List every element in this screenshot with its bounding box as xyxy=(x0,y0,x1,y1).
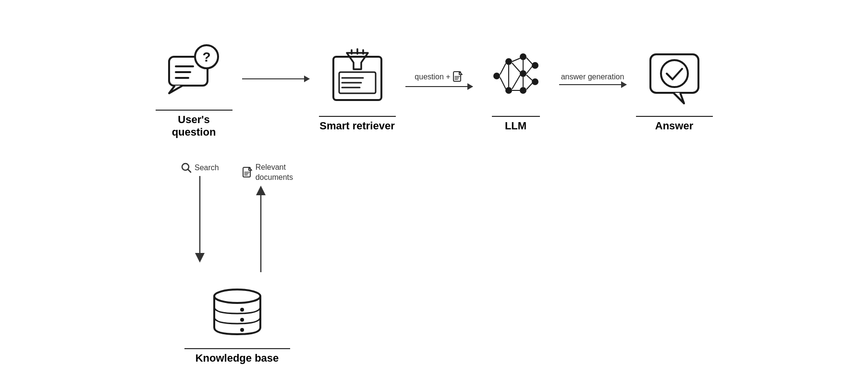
llm-label: LLM xyxy=(492,116,540,132)
arrow1-container xyxy=(232,78,319,99)
diagram-container: ? User's question xyxy=(0,0,868,390)
arrow2 xyxy=(405,86,473,87)
svg-text:?: ? xyxy=(202,50,210,64)
search-label: Search xyxy=(181,163,219,173)
svg-line-30 xyxy=(512,75,520,89)
svg-point-51 xyxy=(214,289,260,303)
top-row: ? User's question xyxy=(0,0,868,138)
arrow1 xyxy=(242,78,309,79)
svg-point-22 xyxy=(520,70,526,77)
svg-point-19 xyxy=(505,58,512,65)
relevant-docs-label: Relevantdocuments xyxy=(229,163,293,183)
svg-point-20 xyxy=(505,87,512,94)
smart-retriever-icon xyxy=(324,45,391,112)
svg-line-42 xyxy=(188,169,191,172)
answer-label: Answer xyxy=(636,116,713,132)
arrow2-container: question + xyxy=(396,71,482,106)
svg-point-56 xyxy=(240,328,244,332)
svg-point-55 xyxy=(240,318,244,322)
answer-icon xyxy=(641,45,708,112)
relevant-docs-arrow-group: Relevantdocuments xyxy=(229,163,293,272)
svg-line-33 xyxy=(526,66,532,74)
svg-point-40 xyxy=(661,60,688,87)
smart-retriever-label: Smart retriever xyxy=(319,116,396,132)
svg-point-23 xyxy=(520,87,526,94)
llm-node: LLM xyxy=(482,45,550,132)
svg-marker-50 xyxy=(256,186,266,195)
svg-point-18 xyxy=(493,73,500,79)
user-question-icon: ? xyxy=(160,38,228,106)
svg-line-32 xyxy=(526,58,532,64)
smart-retriever-node: Smart retriever xyxy=(319,45,396,132)
svg-line-29 xyxy=(512,63,520,72)
user-question-node: ? User's question xyxy=(156,38,232,138)
knowledge-base-label: Knowledge base xyxy=(184,348,290,365)
svg-point-25 xyxy=(532,78,538,85)
svg-point-24 xyxy=(532,62,538,69)
svg-line-26 xyxy=(500,63,506,75)
search-arrow-group: Search xyxy=(181,163,219,263)
arrow3-container: answer generation xyxy=(550,73,636,104)
bottom-row: Search xyxy=(0,158,868,365)
svg-line-35 xyxy=(526,83,532,89)
arrow3-label: answer generation xyxy=(561,73,624,81)
llm-icon xyxy=(482,45,550,112)
user-question-label: User's question xyxy=(156,110,232,138)
answer-node: Answer xyxy=(636,45,713,132)
knowledge-base-node: Knowledge base xyxy=(184,282,290,365)
arrow3 xyxy=(559,84,626,85)
svg-line-34 xyxy=(526,75,532,80)
svg-point-21 xyxy=(520,53,526,60)
svg-line-27 xyxy=(500,77,506,89)
svg-marker-44 xyxy=(195,253,205,263)
svg-line-28 xyxy=(512,58,520,62)
svg-point-54 xyxy=(240,308,244,312)
arrow2-label: question + xyxy=(415,71,463,83)
